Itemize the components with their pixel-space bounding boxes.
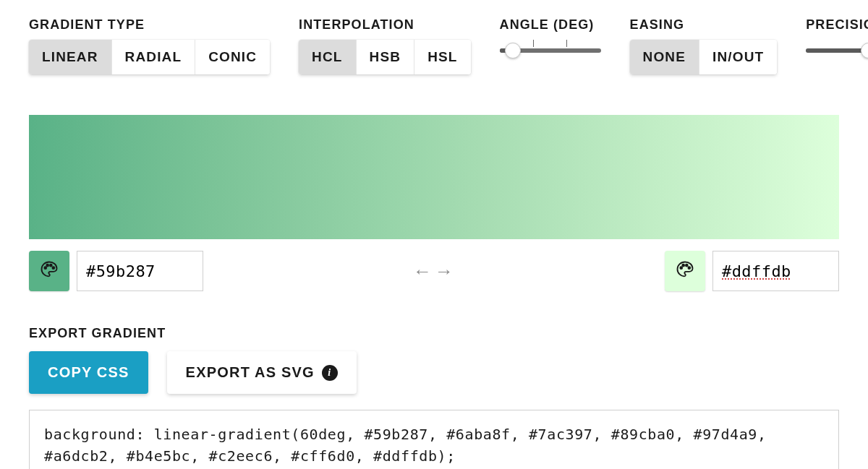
swap-colors-button[interactable]: ←→ (413, 260, 455, 283)
easing-label: EASING (630, 17, 778, 33)
css-output[interactable]: background: linear-gradient(60deg, #59b2… (29, 410, 839, 469)
svg-point-6 (686, 264, 688, 267)
start-color-input[interactable] (77, 251, 203, 291)
start-swatch[interactable] (29, 251, 69, 291)
export-svg-button[interactable]: EXPORT AS SVG i (167, 351, 357, 394)
controls-row: GRADIENT TYPE LINEAR RADIAL CONIC INTERP… (29, 17, 839, 74)
angle-slider[interactable] (500, 40, 601, 53)
interpolation-group: INTERPOLATION HCL HSB HSL (299, 17, 470, 74)
gradient-type-segmented: LINEAR RADIAL CONIC (29, 40, 270, 74)
interpolation-hcl[interactable]: HCL (299, 40, 355, 74)
svg-point-3 (52, 267, 54, 269)
export-section: EXPORT GRADIENT COPY CSS EXPORT AS SVG i… (29, 326, 839, 469)
precision-slider[interactable] (806, 40, 868, 53)
interpolation-label: INTERPOLATION (299, 17, 470, 33)
interpolation-hsl[interactable]: HSL (414, 40, 470, 74)
end-color-pair (665, 251, 839, 291)
svg-point-4 (680, 267, 682, 269)
end-color-input[interactable] (712, 251, 839, 291)
easing-none[interactable]: NONE (630, 40, 699, 74)
svg-point-5 (682, 264, 684, 267)
start-color-pair (29, 251, 203, 291)
svg-point-2 (50, 264, 52, 267)
interpolation-hsb[interactable]: HSB (356, 40, 414, 74)
gradient-type-linear[interactable]: LINEAR (29, 40, 111, 74)
gradient-type-group: GRADIENT TYPE LINEAR RADIAL CONIC (29, 17, 270, 74)
precision-label-text: PRECISION (806, 17, 868, 33)
gradient-type-conic[interactable]: CONIC (195, 40, 270, 74)
copy-css-button[interactable]: COPY CSS (29, 351, 148, 394)
interpolation-segmented: HCL HSB HSL (299, 40, 470, 74)
svg-point-1 (46, 264, 48, 267)
svg-point-0 (44, 267, 46, 269)
easing-inout[interactable]: IN/OUT (699, 40, 777, 74)
palette-icon (39, 259, 59, 283)
angle-label: ANGLE (DEG) (500, 17, 601, 33)
angle-thumb[interactable] (505, 43, 521, 59)
export-buttons: COPY CSS EXPORT AS SVG i (29, 351, 839, 394)
info-icon: i (322, 365, 338, 381)
gradient-type-label: GRADIENT TYPE (29, 17, 270, 33)
end-swatch[interactable] (665, 251, 705, 291)
svg-point-7 (688, 267, 690, 269)
gradient-preview (29, 115, 839, 239)
palette-icon (675, 259, 695, 283)
gradient-type-radial[interactable]: RADIAL (111, 40, 195, 74)
arrow-right-icon: → (435, 260, 455, 283)
precision-label: PRECISION ? (806, 17, 868, 33)
easing-segmented: NONE IN/OUT (630, 40, 778, 74)
angle-group: ANGLE (DEG) (500, 17, 601, 53)
export-svg-label: EXPORT AS SVG (186, 364, 315, 381)
easing-group: EASING NONE IN/OUT (630, 17, 778, 74)
arrow-left-icon: ← (413, 260, 433, 283)
color-row: ←→ (29, 251, 839, 291)
precision-group: PRECISION ? (806, 17, 868, 53)
export-label: EXPORT GRADIENT (29, 326, 839, 341)
precision-thumb[interactable] (861, 43, 868, 59)
